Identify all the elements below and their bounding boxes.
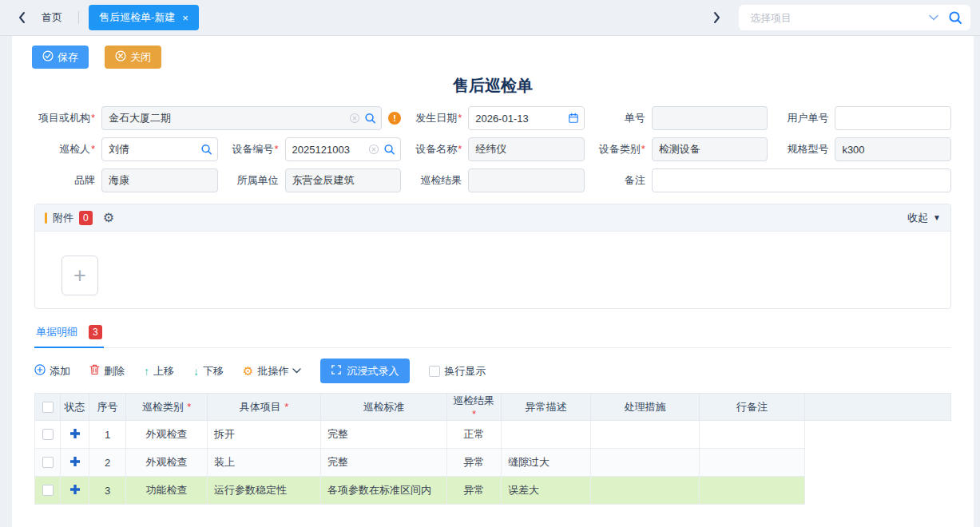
field-remark: 备注 [585,168,951,192]
immersive-entry-button[interactable]: 沉浸式录入 [320,359,410,383]
arrow-down-icon: ↓ [193,365,199,378]
owner-unit-input [285,168,402,192]
field-label: 巡检结果 [420,174,462,186]
select-all-checkbox[interactable] [42,402,54,413]
tabs-scroll-right-icon[interactable] [708,11,726,24]
clear-icon[interactable] [368,144,379,155]
col-category: 巡检类别 * [126,394,208,421]
field-device-no: 设备编号* [218,137,402,161]
add-label: 添加 [50,364,70,378]
remark-input[interactable] [652,168,951,192]
field-label: 用户单号 [787,112,828,124]
cell-category[interactable]: 功能检查 [126,477,208,505]
save-button[interactable]: 保存 [32,46,89,69]
cell-abnormal[interactable] [502,421,591,449]
cell-standard[interactable]: 完整 [321,421,447,449]
clear-icon[interactable] [349,113,360,124]
calendar-icon[interactable] [568,113,579,124]
field-model: 规格型号 [768,137,951,161]
cell-item[interactable]: 拆开 [208,421,321,449]
upload-add-button[interactable]: + [61,256,98,295]
close-button[interactable]: 关闭 [105,46,161,69]
cell-category[interactable]: 外观检查 [126,421,208,449]
gear-icon: ⚙ [243,365,253,377]
table-row[interactable]: 2 外观检查 装上 完整 异常 缝隙过大 [35,449,951,477]
wrap-checkbox[interactable] [429,366,440,377]
move-down-button[interactable]: ↓ 下移 [193,364,224,378]
batch-operation-button[interactable]: ⚙ 批操作 [243,364,301,378]
plus-status-icon [70,485,80,494]
move-down-label: 下移 [203,364,224,378]
chevron-down-icon[interactable] [929,14,938,21]
required-asterisk: * [458,112,462,124]
cell-abnormal[interactable]: 缝隙过大 [502,449,591,477]
select-all-header[interactable] [35,394,61,421]
search-icon[interactable] [948,10,962,25]
project-input[interactable] [101,106,382,130]
search-icon[interactable] [200,144,212,156]
header-form: 项目或机构* ! 发生日期* 单号 [12,97,974,192]
cell-category[interactable]: 外观检查 [126,449,208,477]
top-tab-bar: 首页 售后巡检单-新建 × [0,0,980,36]
row-checkbox[interactable] [42,457,54,468]
required-asterisk: * [458,143,462,155]
field-owner-unit: 所属单位 [218,168,402,192]
row-checkbox[interactable] [42,485,54,496]
field-label: 设备编号 [232,143,274,155]
cell-seq[interactable]: 1 [89,421,126,449]
field-label: 备注 [625,174,645,186]
col-filler [805,394,951,421]
row-checkbox[interactable] [42,429,54,440]
cell-row-remark[interactable] [700,477,805,505]
col-result: 巡检结果 * [447,394,502,421]
move-up-button[interactable]: ↑ 上移 [144,364,174,378]
chevron-down-icon [292,368,301,374]
tab-current[interactable]: 售后巡检单-新建 × [89,5,199,30]
user-order-no-input[interactable] [835,106,951,130]
table-row-selected[interactable]: 3 功能检查 运行参数稳定性 各项参数在标准区间内 异常 误差大 [35,477,951,505]
cell-result[interactable]: 异常 [447,477,502,505]
tabs-scroll-left-icon[interactable] [13,11,30,24]
model-input [835,137,951,161]
required-asterisk: * [91,112,95,124]
tab-detail[interactable]: 单据明细 3 [34,322,104,348]
cell-item[interactable]: 运行参数稳定性 [208,477,321,505]
tab-separator [78,11,79,24]
col-item: 具体项目 * [208,394,321,421]
delete-row-button[interactable]: 删除 [89,364,125,378]
required-asterisk: * [472,408,476,420]
search-icon[interactable] [364,113,376,125]
add-row-button[interactable]: 添加 [34,364,70,378]
search-icon[interactable] [383,144,395,156]
cell-standard[interactable]: 各项参数在标准区间内 [321,477,447,505]
collapse-button[interactable]: 收起 ▼ [907,211,941,225]
info-icon[interactable]: ! [388,112,401,125]
cell-measure[interactable] [591,449,700,477]
tab-close-icon[interactable]: × [182,13,188,23]
cell-item[interactable]: 装上 [208,449,321,477]
save-button-label: 保存 [58,50,78,65]
cell-seq[interactable]: 2 [89,449,126,477]
project-search-input[interactable] [748,11,929,25]
cell-seq[interactable]: 3 [89,477,126,505]
table-row[interactable]: 1 外观检查 拆开 完整 正常 [35,421,951,449]
wrap-display-toggle[interactable]: 换行显示 [429,364,486,378]
attachments-header: 附件 0 ⚙ 收起 ▼ [35,204,950,232]
cell-result[interactable]: 正常 [447,421,502,449]
wrap-label: 换行显示 [444,364,486,378]
project-search-box[interactable] [739,5,970,30]
cell-measure[interactable] [591,421,700,449]
tab-home[interactable]: 首页 [30,10,78,25]
field-user-order-no: 用户单号 [768,106,951,130]
cell-row-remark[interactable] [700,421,805,449]
expand-brackets-icon [331,365,341,377]
col-status: 状态 [61,394,89,421]
cell-standard[interactable]: 完整 [321,449,447,477]
cell-row-remark[interactable] [700,449,805,477]
cell-result[interactable]: 异常 [447,449,502,477]
cell-measure[interactable] [591,477,700,505]
col-abnormal: 异常描述 [502,394,591,421]
gear-icon[interactable]: ⚙ [103,212,114,224]
field-device-type: 设备类别* [585,137,768,161]
cell-abnormal[interactable]: 误差大 [502,477,591,505]
